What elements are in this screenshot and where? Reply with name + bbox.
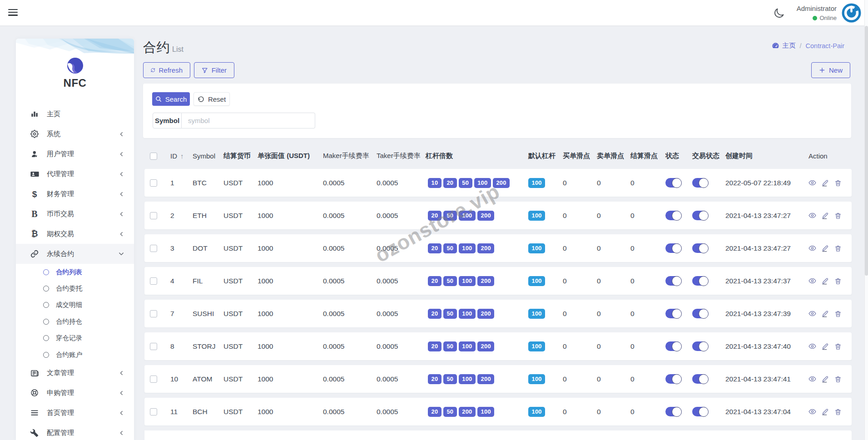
sidebar-subitem-4[interactable]: 穿仓记录 <box>16 330 134 346</box>
view-eye-icon[interactable] <box>808 310 816 317</box>
life-ring-icon <box>30 389 40 397</box>
edit-pencil-icon[interactable] <box>822 277 829 285</box>
sidebar-item-3[interactable]: 代理管理 <box>16 164 134 184</box>
refresh-button[interactable]: Refresh <box>143 62 190 78</box>
user-info[interactable]: Administrator Online <box>797 5 837 21</box>
leverage-badge: 200 <box>477 341 494 351</box>
sidebar-item-0[interactable]: 主页 <box>16 104 134 124</box>
trade-status-toggle[interactable] <box>692 178 708 188</box>
sidebar-item-1[interactable]: 系统 <box>16 124 134 144</box>
edit-pencil-icon[interactable] <box>822 343 829 350</box>
delete-trash-icon[interactable] <box>834 343 842 350</box>
cell-settle-slippage: 0 <box>625 267 660 295</box>
sidebar-item-9[interactable]: 申购管理 <box>16 383 134 403</box>
brand[interactable]: NFC <box>16 57 134 89</box>
status-toggle[interactable] <box>665 178 681 188</box>
view-eye-icon[interactable] <box>808 212 816 219</box>
view-eye-icon[interactable] <box>808 277 816 285</box>
newspaper-icon <box>30 369 40 377</box>
new-button[interactable]: New <box>811 62 850 78</box>
sidebar-item-6[interactable]: ₿期权交易 <box>16 224 134 244</box>
delete-trash-icon[interactable] <box>834 277 842 285</box>
reset-button[interactable]: Reset <box>193 92 230 106</box>
cell-buy-slippage: 0 <box>557 267 591 295</box>
cell-symbol: STORJ <box>187 332 218 360</box>
row-checkbox[interactable] <box>150 212 157 219</box>
status-toggle[interactable] <box>665 243 681 253</box>
sidebar-subitem-3[interactable]: 合约持仓 <box>16 313 134 330</box>
trade-status-toggle[interactable] <box>692 211 708 220</box>
sidebar-toggle-icon[interactable] <box>8 9 18 16</box>
table-header-row: ID↑Symbol结算货币单张面值 (USDT)Maker手续费率Taker手续… <box>144 148 852 164</box>
status-toggle[interactable] <box>665 309 681 318</box>
symbol-filter-input[interactable] <box>182 113 315 129</box>
delete-trash-icon[interactable] <box>834 310 842 317</box>
page-scrollbar[interactable] <box>864 0 868 440</box>
column-header-15: Action <box>803 148 852 164</box>
edit-pencil-icon[interactable] <box>822 376 829 383</box>
trade-status-toggle[interactable] <box>692 374 708 384</box>
status-toggle[interactable] <box>665 211 681 220</box>
view-eye-icon[interactable] <box>808 342 816 350</box>
sidebar-subitem-1[interactable]: 合约委托 <box>16 280 134 297</box>
cell-settle-slippage: 0 <box>625 398 660 425</box>
view-eye-icon[interactable] <box>808 375 816 383</box>
edit-pencil-icon[interactable] <box>822 212 829 219</box>
trade-status-toggle[interactable] <box>692 243 708 253</box>
edit-pencil-icon[interactable] <box>822 245 829 252</box>
status-toggle[interactable] <box>665 276 681 286</box>
sidebar: NFC 主页系统用户管理代理管理$财务管理B币币交易₿期权交易永续合约合约列表合… <box>16 39 134 440</box>
trade-status-toggle[interactable] <box>692 407 708 416</box>
delete-trash-icon[interactable] <box>834 179 842 187</box>
status-toggle[interactable] <box>665 407 681 416</box>
leverage-badge: 50 <box>443 407 457 417</box>
edit-pencil-icon[interactable] <box>822 310 829 317</box>
sidebar-item-4[interactable]: $财务管理 <box>16 184 134 204</box>
row-checkbox[interactable] <box>150 343 157 350</box>
delete-trash-icon[interactable] <box>834 245 842 252</box>
table-row-BCH: 11BCHUSDT10000.00050.0005205020010010000… <box>144 398 852 425</box>
sidebar-item-10[interactable]: 首页管理 <box>16 403 134 423</box>
status-toggle[interactable] <box>665 341 681 351</box>
delete-trash-icon[interactable] <box>834 408 842 415</box>
cell-id: 7 <box>165 300 187 327</box>
status-toggle[interactable] <box>665 374 681 384</box>
row-checkbox[interactable] <box>150 277 157 285</box>
edit-pencil-icon[interactable] <box>822 179 829 187</box>
select-all-checkbox[interactable] <box>150 153 157 160</box>
sidebar-subitem-2[interactable]: 成交明细 <box>16 297 134 313</box>
cell-maker-fee: 0.0005 <box>317 332 371 360</box>
row-checkbox[interactable] <box>150 376 157 383</box>
breadcrumb-home[interactable]: 主页 <box>772 41 796 50</box>
dark-mode-toggle[interactable] <box>770 4 789 22</box>
edit-pencil-icon[interactable] <box>822 408 829 415</box>
delete-trash-icon[interactable] <box>834 376 842 383</box>
view-eye-icon[interactable] <box>808 179 816 187</box>
row-checkbox[interactable] <box>150 310 157 317</box>
row-checkbox[interactable] <box>150 408 157 415</box>
delete-trash-icon[interactable] <box>834 212 842 219</box>
sidebar-subitem-5[interactable]: 合约账户 <box>16 346 134 363</box>
trade-status-toggle[interactable] <box>692 276 708 286</box>
sidebar-item-8[interactable]: 文章管理 <box>16 363 134 383</box>
page-scrollbar-thumb[interactable] <box>865 26 868 276</box>
cell-buy-slippage: 0 <box>557 398 591 425</box>
sidebar-item-2[interactable]: 用户管理 <box>16 144 134 164</box>
row-checkbox[interactable] <box>150 179 157 187</box>
search-button[interactable]: Search <box>152 92 190 106</box>
avatar[interactable] <box>841 3 862 23</box>
view-eye-icon[interactable] <box>808 408 816 415</box>
cell-sell-slippage: 0 <box>591 332 625 360</box>
trade-status-toggle[interactable] <box>692 309 708 318</box>
trade-status-toggle[interactable] <box>692 341 708 351</box>
row-checkbox[interactable] <box>150 245 157 252</box>
sidebar-item-5[interactable]: B币币交易 <box>16 204 134 224</box>
sidebar-item-11[interactable]: 配置管理 <box>16 423 134 440</box>
view-eye-icon[interactable] <box>808 244 816 252</box>
table-row-STORJ: 8STORJUSDT10000.00050.000520501002001000… <box>144 332 852 360</box>
sort-up-icon[interactable]: ↑ <box>180 152 184 160</box>
sidebar-item-7[interactable]: 永续合约 <box>16 244 134 264</box>
sidebar-subitem-0[interactable]: 合约列表 <box>16 264 134 280</box>
filter-button[interactable]: Filter <box>194 62 234 78</box>
leverage-badge: 200 <box>477 243 494 253</box>
